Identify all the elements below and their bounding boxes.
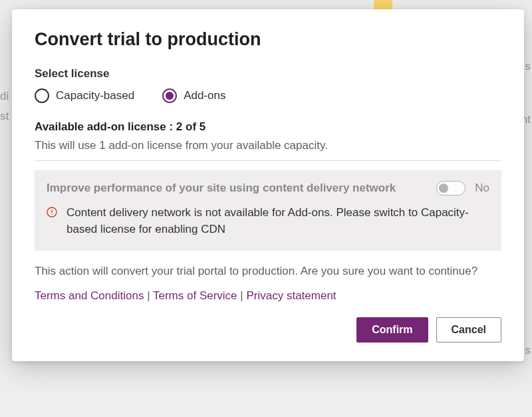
info-icon [47,207,57,217]
convert-trial-dialog: Convert trial to production Select licen… [12,9,524,361]
radio-icon [162,88,177,103]
dialog-button-row: Confirm Cancel [35,317,501,343]
toggle-knob-icon [439,184,448,193]
cdn-toggle-label: No [475,182,489,195]
cdn-panel: Improve performance of your site using c… [35,170,501,251]
svg-point-2 [51,214,52,215]
divider [35,160,501,161]
confirm-text: This action will convert your trial port… [35,263,501,280]
cdn-message: Content delivery network is not availabl… [66,205,489,237]
dialog-title: Convert trial to production [35,29,501,50]
select-license-label: Select license [35,67,501,80]
available-license-desc: This will use 1 add-on license from your… [35,139,501,152]
radio-add-ons[interactable]: Add-ons [162,88,225,103]
link-separator: | [144,289,153,302]
radio-label: Add-ons [184,89,225,102]
link-privacy[interactable]: Privacy statement [246,289,336,302]
cdn-title: Improve performance of your site using c… [47,182,428,195]
cancel-button[interactable]: Cancel [436,317,501,343]
license-radio-group: Capacity-based Add-ons [35,88,501,103]
available-license-label: Available add-on license : 2 of 5 [35,120,501,134]
legal-links: Terms and Conditions | Terms of Service … [35,289,501,303]
cdn-toggle[interactable] [436,181,466,196]
radio-capacity-based[interactable]: Capacity-based [35,88,134,103]
confirm-button[interactable]: Confirm [356,317,428,343]
link-separator: | [237,289,247,302]
link-terms-service[interactable]: Terms of Service [153,289,237,302]
radio-icon [35,88,49,103]
radio-label: Capacity-based [56,89,134,102]
link-terms-conditions[interactable]: Terms and Conditions [35,289,144,302]
